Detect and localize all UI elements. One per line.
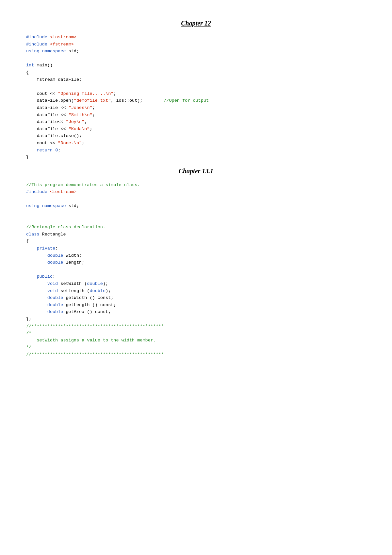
include-fstream: #include xyxy=(26,42,47,47)
comment-rect-decl: //Rectangle class declaration. xyxy=(26,225,106,230)
opening-string: "Opening file.....\n" xyxy=(58,91,113,96)
kuda-string: "Kuda\n" xyxy=(69,127,90,131)
double-keyword7: double xyxy=(47,309,63,314)
comment-stars1: //**************************************… xyxy=(26,324,164,329)
include-iostream: #include xyxy=(26,35,47,40)
smith-string: "Smith\n" xyxy=(69,113,92,117)
using-keyword: using xyxy=(26,49,40,54)
chapter-12-code: #include <iostream> #include <fstream> u… xyxy=(26,34,366,161)
comment-stars2: //**************************************… xyxy=(26,352,164,357)
void-keyword1: void xyxy=(47,281,58,286)
double-keyword1: double xyxy=(47,253,63,258)
joy-string: "Joy\n" xyxy=(66,119,85,124)
comment-block-close: */ xyxy=(26,345,31,350)
iostream-header2: <iostream> xyxy=(50,189,76,194)
page-container: Chapter 12 #include <iostream> #include … xyxy=(26,20,366,358)
comment-line1: //This program demonstrates a simple cla… xyxy=(26,182,140,187)
double-keyword4: double xyxy=(90,288,106,293)
done-string: "Done.\n" xyxy=(58,141,82,146)
private-keyword: private xyxy=(37,246,55,251)
namespace-keyword: namespace xyxy=(42,49,66,54)
double-keyword3: double xyxy=(87,281,103,286)
int-keyword: int xyxy=(26,63,34,68)
double-keyword5: double xyxy=(47,295,63,300)
class-keyword: class xyxy=(26,232,40,237)
iostream-header: <iostream> xyxy=(50,35,76,40)
public-keyword: public xyxy=(37,274,53,279)
return-keyword: return xyxy=(37,148,53,153)
comment-block-open: /* xyxy=(26,331,31,336)
open-comment: //Open for output xyxy=(164,98,209,103)
namespace-keyword2: namespace xyxy=(42,203,66,208)
chapter-131-title: Chapter 13.1 xyxy=(26,167,366,175)
using-keyword2: using xyxy=(26,203,40,208)
fstream-header: <fstream> xyxy=(50,42,74,47)
double-keyword6: double xyxy=(47,303,63,307)
include-iostream2: #include xyxy=(26,189,47,194)
chapter-12-title: Chapter 12 xyxy=(26,20,366,27)
double-keyword2: double xyxy=(47,260,63,265)
chapter-131-code: //This program demonstrates a simple cla… xyxy=(26,182,366,358)
comment-setwidth: setWidth assigns a value to the width me… xyxy=(26,338,156,343)
filename-string: "demofile.txt" xyxy=(74,98,111,103)
void-keyword2: void xyxy=(47,288,58,293)
jones-string: "Jones\n" xyxy=(69,105,92,110)
zero-number: 0 xyxy=(55,148,58,153)
